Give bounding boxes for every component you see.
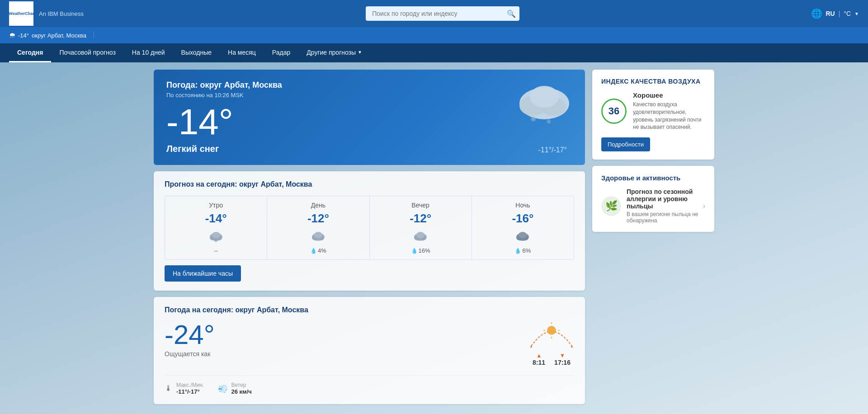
- wind-label: Ветер: [231, 382, 252, 388]
- header: The Weather Channel An IBM Business 🔍 🌐 …: [0, 0, 868, 27]
- feels-like-temp: -24°: [165, 321, 215, 348]
- location-item[interactable]: 🌨 -14° округ Арбат, Москва: [9, 32, 94, 39]
- allergy-desc: В вашем регионе пыльца не обнаружена: [627, 211, 705, 224]
- right-column: ИНДЕКС КАЧЕСТВА ВОЗДУХА 36 Хорошее Качес…: [592, 70, 714, 404]
- forecast-evening: Вечер -12° 💧 16%: [370, 196, 472, 259]
- svg-text:❄: ❄: [530, 115, 536, 123]
- svg-point-3: [530, 86, 559, 108]
- left-column: Погода: округ Арбат, Москва По состоянию…: [154, 70, 585, 404]
- aqi-details-button[interactable]: Подробности: [601, 137, 650, 151]
- forecast-day: День -12° 💧 4%: [267, 196, 369, 259]
- hourly-button[interactable]: На ближайшие часы: [165, 265, 241, 282]
- nav-monthly[interactable]: На месяц: [220, 43, 264, 62]
- today-bottom: -24° Ощущается как: [165, 321, 574, 366]
- forecast-today-card: Прогноз на сегодня: округ Арбат, Москва …: [154, 171, 585, 291]
- unit-dropdown-arrow[interactable]: ▼: [854, 11, 859, 16]
- sunset-time: 17:16: [554, 359, 571, 366]
- today-details-card: Погода на сегодня: округ Арбат, Москва -…: [154, 297, 585, 404]
- details-row: 🌡 Макс./Мин. -11°/-17° 💨 Ветер 26 км/ч: [165, 375, 574, 395]
- svg-point-14: [314, 232, 322, 238]
- wind-val: 26 км/ч: [231, 388, 252, 395]
- forecast-morning: Утро -14° ❄ --: [165, 196, 267, 259]
- evening-label: Вечер: [411, 202, 429, 209]
- ibm-text: An IBM Business: [39, 10, 84, 17]
- allergy-icon: 🌿: [601, 196, 621, 216]
- aqi-circle: 36: [601, 99, 627, 124]
- morning-precip: --: [214, 247, 218, 254]
- day-precip: 💧 4%: [310, 247, 326, 254]
- current-high-low: -11°/-17°: [538, 146, 567, 154]
- night-precip: 💧 6%: [514, 247, 531, 254]
- day-icon: [310, 228, 326, 245]
- health-title: Здоровье и активность: [601, 174, 705, 182]
- search-input[interactable]: [366, 6, 519, 21]
- nav-radar[interactable]: Радар: [264, 43, 298, 62]
- night-temp: -16°: [512, 212, 533, 226]
- sun-arc-svg: [529, 321, 574, 348]
- health-info: Прогноз по сезонной аллергии и уровню пы…: [627, 188, 705, 224]
- sunrise-time: 8:11: [533, 359, 545, 366]
- svg-text:❄: ❄: [546, 118, 552, 125]
- location-bar: 🌨 -14° округ Арбат, Москва: [0, 27, 868, 43]
- health-chevron-right-icon: ›: [703, 202, 705, 210]
- aqi-row: 36 Хорошее Качество воздуха удовлетворит…: [601, 91, 705, 131]
- current-temperature: -14°: [166, 104, 233, 140]
- health-card: Здоровье и активность 🌿 Прогноз по сезон…: [592, 166, 714, 232]
- forecast-night: Ночь -16° 💧 6%: [472, 196, 574, 259]
- today-details-title: Погода на сегодня: округ Арбат, Москва: [165, 306, 574, 314]
- aqi-quality-label: Хорошее: [633, 91, 705, 99]
- current-location-title: Погода: округ Арбат, Москва: [166, 80, 572, 90]
- aqi-value: 36: [609, 105, 619, 117]
- main-content: Погода: округ Арбат, Москва По состоянию…: [145, 62, 723, 411]
- search-button[interactable]: 🔍: [507, 9, 516, 18]
- globe-icon: 🌐: [811, 8, 822, 19]
- sun-arc-section: ▲ 8:11 ▼ 17:16: [529, 321, 574, 366]
- nav-hourly[interactable]: Почасовой прогноз: [51, 43, 123, 62]
- max-min-val: -11°/-17°: [176, 388, 204, 395]
- current-weather-card: Погода: округ Арбат, Москва По состоянию…: [154, 70, 585, 165]
- svg-point-22: [519, 232, 527, 238]
- evening-temp: -12°: [410, 212, 431, 226]
- header-right: 🌐 RU | °C ▼: [811, 8, 859, 19]
- feels-like-label: Ощущается как: [165, 350, 215, 358]
- morning-temp: -14°: [205, 212, 227, 226]
- morning-label: Утро: [209, 202, 223, 209]
- wind-icon: 💨: [218, 384, 228, 394]
- day-label: День: [311, 202, 326, 209]
- language-text[interactable]: RU: [826, 10, 835, 17]
- max-min-label: Макс./Мин.: [176, 382, 204, 388]
- current-as-of: По состоянию на 10:26 MSK: [166, 92, 572, 99]
- day-temp: -12°: [307, 212, 329, 226]
- nav-weekend[interactable]: Выходные: [173, 43, 220, 62]
- sunrise-item: ▲ 8:11: [533, 352, 545, 366]
- nav-10days[interactable]: На 10 дней: [124, 43, 173, 62]
- current-condition: Легкий снег: [166, 144, 572, 154]
- location-temp: -14°: [18, 32, 29, 39]
- weather-icon-cloud-snow: ❄ ❄: [513, 79, 576, 130]
- night-icon: [514, 228, 531, 245]
- aqi-card: ИНДЕКС КАЧЕСТВА ВОЗДУХА 36 Хорошее Качес…: [592, 70, 714, 160]
- evening-icon: [412, 228, 429, 245]
- svg-point-18: [416, 232, 425, 238]
- aqi-title: ИНДЕКС КАЧЕСТВА ВОЗДУХА: [601, 78, 705, 85]
- unit-text[interactable]: °C: [844, 10, 851, 17]
- feels-like-section: -24° Ощущается как: [165, 321, 215, 358]
- thermometer-icon: 🌡: [165, 384, 173, 393]
- search-wrap: 🔍: [366, 6, 519, 21]
- aqi-description: Качество воздуха удовлетворительное, уро…: [633, 101, 705, 131]
- evening-precip: 💧 16%: [411, 247, 430, 254]
- svg-text:❄: ❄: [214, 239, 218, 243]
- max-min-item: 🌡 Макс./Мин. -11°/-17°: [165, 382, 204, 395]
- health-row[interactable]: 🌿 Прогноз по сезонной аллергии и уровню …: [601, 188, 705, 224]
- svg-point-23: [547, 326, 556, 335]
- weather-channel-logo[interactable]: The Weather Channel: [9, 1, 33, 26]
- svg-point-9: [212, 232, 220, 238]
- sun-times-row: ▲ 8:11 ▼ 17:16: [529, 352, 574, 366]
- logo-wrap: The Weather Channel An IBM Business: [9, 1, 84, 26]
- nav-today[interactable]: Сегодня: [9, 43, 51, 62]
- wind-item: 💨 Ветер 26 км/ч: [218, 382, 252, 395]
- forecast-grid: Утро -14° ❄ --: [165, 196, 574, 260]
- nav-other[interactable]: Другие прогнозы ▼: [298, 43, 370, 62]
- nav-other-arrow: ▼: [358, 50, 362, 55]
- nav-bar: Сегодня Почасовой прогноз На 10 дней Вых…: [0, 43, 868, 62]
